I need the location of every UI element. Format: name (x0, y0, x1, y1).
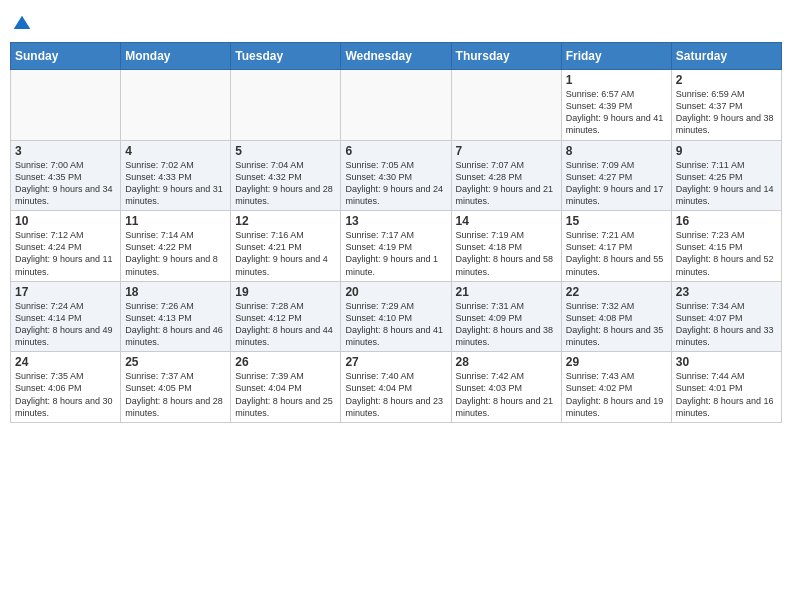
calendar-cell: 13Sunrise: 7:17 AM Sunset: 4:19 PM Dayli… (341, 211, 451, 282)
calendar-cell: 24Sunrise: 7:35 AM Sunset: 4:06 PM Dayli… (11, 352, 121, 423)
day-number: 7 (456, 144, 557, 158)
calendar-cell (341, 70, 451, 141)
day-number: 11 (125, 214, 226, 228)
weekday-header: Tuesday (231, 43, 341, 70)
day-info: Sunrise: 7:04 AM Sunset: 4:32 PM Dayligh… (235, 159, 336, 208)
day-info: Sunrise: 7:19 AM Sunset: 4:18 PM Dayligh… (456, 229, 557, 278)
day-number: 30 (676, 355, 777, 369)
calendar-cell: 11Sunrise: 7:14 AM Sunset: 4:22 PM Dayli… (121, 211, 231, 282)
day-info: Sunrise: 7:34 AM Sunset: 4:07 PM Dayligh… (676, 300, 777, 349)
day-info: Sunrise: 7:44 AM Sunset: 4:01 PM Dayligh… (676, 370, 777, 419)
calendar-cell: 4Sunrise: 7:02 AM Sunset: 4:33 PM Daylig… (121, 140, 231, 211)
day-info: Sunrise: 7:24 AM Sunset: 4:14 PM Dayligh… (15, 300, 116, 349)
day-number: 14 (456, 214, 557, 228)
day-number: 22 (566, 285, 667, 299)
calendar-cell: 20Sunrise: 7:29 AM Sunset: 4:10 PM Dayli… (341, 281, 451, 352)
day-info: Sunrise: 7:02 AM Sunset: 4:33 PM Dayligh… (125, 159, 226, 208)
day-number: 6 (345, 144, 446, 158)
calendar-cell: 8Sunrise: 7:09 AM Sunset: 4:27 PM Daylig… (561, 140, 671, 211)
calendar-cell: 25Sunrise: 7:37 AM Sunset: 4:05 PM Dayli… (121, 352, 231, 423)
day-number: 5 (235, 144, 336, 158)
calendar-cell: 29Sunrise: 7:43 AM Sunset: 4:02 PM Dayli… (561, 352, 671, 423)
day-info: Sunrise: 7:31 AM Sunset: 4:09 PM Dayligh… (456, 300, 557, 349)
day-number: 8 (566, 144, 667, 158)
calendar-cell: 27Sunrise: 7:40 AM Sunset: 4:04 PM Dayli… (341, 352, 451, 423)
day-number: 18 (125, 285, 226, 299)
day-number: 17 (15, 285, 116, 299)
day-info: Sunrise: 7:21 AM Sunset: 4:17 PM Dayligh… (566, 229, 667, 278)
day-info: Sunrise: 7:32 AM Sunset: 4:08 PM Dayligh… (566, 300, 667, 349)
calendar-cell: 19Sunrise: 7:28 AM Sunset: 4:12 PM Dayli… (231, 281, 341, 352)
page-header (10, 10, 782, 38)
calendar-week-row: 17Sunrise: 7:24 AM Sunset: 4:14 PM Dayli… (11, 281, 782, 352)
calendar-cell: 23Sunrise: 7:34 AM Sunset: 4:07 PM Dayli… (671, 281, 781, 352)
day-info: Sunrise: 6:57 AM Sunset: 4:39 PM Dayligh… (566, 88, 667, 137)
day-info: Sunrise: 7:00 AM Sunset: 4:35 PM Dayligh… (15, 159, 116, 208)
weekday-header: Friday (561, 43, 671, 70)
calendar-cell: 17Sunrise: 7:24 AM Sunset: 4:14 PM Dayli… (11, 281, 121, 352)
calendar-cell: 26Sunrise: 7:39 AM Sunset: 4:04 PM Dayli… (231, 352, 341, 423)
day-number: 25 (125, 355, 226, 369)
calendar-cell (11, 70, 121, 141)
calendar-header-row: SundayMondayTuesdayWednesdayThursdayFrid… (11, 43, 782, 70)
day-info: Sunrise: 7:26 AM Sunset: 4:13 PM Dayligh… (125, 300, 226, 349)
day-info: Sunrise: 7:16 AM Sunset: 4:21 PM Dayligh… (235, 229, 336, 278)
svg-marker-0 (14, 16, 31, 29)
day-info: Sunrise: 7:35 AM Sunset: 4:06 PM Dayligh… (15, 370, 116, 419)
calendar-week-row: 1Sunrise: 6:57 AM Sunset: 4:39 PM Daylig… (11, 70, 782, 141)
day-number: 23 (676, 285, 777, 299)
calendar-cell: 15Sunrise: 7:21 AM Sunset: 4:17 PM Dayli… (561, 211, 671, 282)
calendar-cell: 10Sunrise: 7:12 AM Sunset: 4:24 PM Dayli… (11, 211, 121, 282)
day-number: 16 (676, 214, 777, 228)
calendar-cell: 2Sunrise: 6:59 AM Sunset: 4:37 PM Daylig… (671, 70, 781, 141)
calendar-week-row: 10Sunrise: 7:12 AM Sunset: 4:24 PM Dayli… (11, 211, 782, 282)
day-number: 26 (235, 355, 336, 369)
weekday-header: Sunday (11, 43, 121, 70)
calendar-week-row: 3Sunrise: 7:00 AM Sunset: 4:35 PM Daylig… (11, 140, 782, 211)
day-number: 29 (566, 355, 667, 369)
day-info: Sunrise: 7:11 AM Sunset: 4:25 PM Dayligh… (676, 159, 777, 208)
weekday-header: Saturday (671, 43, 781, 70)
day-number: 4 (125, 144, 226, 158)
calendar-cell (451, 70, 561, 141)
day-number: 12 (235, 214, 336, 228)
day-info: Sunrise: 7:09 AM Sunset: 4:27 PM Dayligh… (566, 159, 667, 208)
day-number: 21 (456, 285, 557, 299)
day-info: Sunrise: 7:39 AM Sunset: 4:04 PM Dayligh… (235, 370, 336, 419)
calendar-cell (231, 70, 341, 141)
day-info: Sunrise: 7:17 AM Sunset: 4:19 PM Dayligh… (345, 229, 446, 278)
weekday-header: Monday (121, 43, 231, 70)
calendar: SundayMondayTuesdayWednesdayThursdayFrid… (10, 42, 782, 423)
calendar-cell: 5Sunrise: 7:04 AM Sunset: 4:32 PM Daylig… (231, 140, 341, 211)
calendar-cell: 12Sunrise: 7:16 AM Sunset: 4:21 PM Dayli… (231, 211, 341, 282)
calendar-cell: 6Sunrise: 7:05 AM Sunset: 4:30 PM Daylig… (341, 140, 451, 211)
day-number: 27 (345, 355, 446, 369)
calendar-cell: 7Sunrise: 7:07 AM Sunset: 4:28 PM Daylig… (451, 140, 561, 211)
calendar-cell: 1Sunrise: 6:57 AM Sunset: 4:39 PM Daylig… (561, 70, 671, 141)
day-info: Sunrise: 7:37 AM Sunset: 4:05 PM Dayligh… (125, 370, 226, 419)
day-number: 9 (676, 144, 777, 158)
day-number: 28 (456, 355, 557, 369)
weekday-header: Thursday (451, 43, 561, 70)
day-info: Sunrise: 7:43 AM Sunset: 4:02 PM Dayligh… (566, 370, 667, 419)
calendar-cell: 9Sunrise: 7:11 AM Sunset: 4:25 PM Daylig… (671, 140, 781, 211)
calendar-cell: 16Sunrise: 7:23 AM Sunset: 4:15 PM Dayli… (671, 211, 781, 282)
day-info: Sunrise: 7:40 AM Sunset: 4:04 PM Dayligh… (345, 370, 446, 419)
day-number: 20 (345, 285, 446, 299)
calendar-cell: 28Sunrise: 7:42 AM Sunset: 4:03 PM Dayli… (451, 352, 561, 423)
day-number: 19 (235, 285, 336, 299)
day-info: Sunrise: 7:14 AM Sunset: 4:22 PM Dayligh… (125, 229, 226, 278)
day-info: Sunrise: 7:12 AM Sunset: 4:24 PM Dayligh… (15, 229, 116, 278)
calendar-cell: 22Sunrise: 7:32 AM Sunset: 4:08 PM Dayli… (561, 281, 671, 352)
calendar-cell: 30Sunrise: 7:44 AM Sunset: 4:01 PM Dayli… (671, 352, 781, 423)
day-number: 10 (15, 214, 116, 228)
logo (10, 14, 32, 38)
day-number: 2 (676, 73, 777, 87)
day-number: 1 (566, 73, 667, 87)
day-info: Sunrise: 7:28 AM Sunset: 4:12 PM Dayligh… (235, 300, 336, 349)
day-info: Sunrise: 7:42 AM Sunset: 4:03 PM Dayligh… (456, 370, 557, 419)
day-number: 24 (15, 355, 116, 369)
day-number: 13 (345, 214, 446, 228)
calendar-cell: 3Sunrise: 7:00 AM Sunset: 4:35 PM Daylig… (11, 140, 121, 211)
weekday-header: Wednesday (341, 43, 451, 70)
